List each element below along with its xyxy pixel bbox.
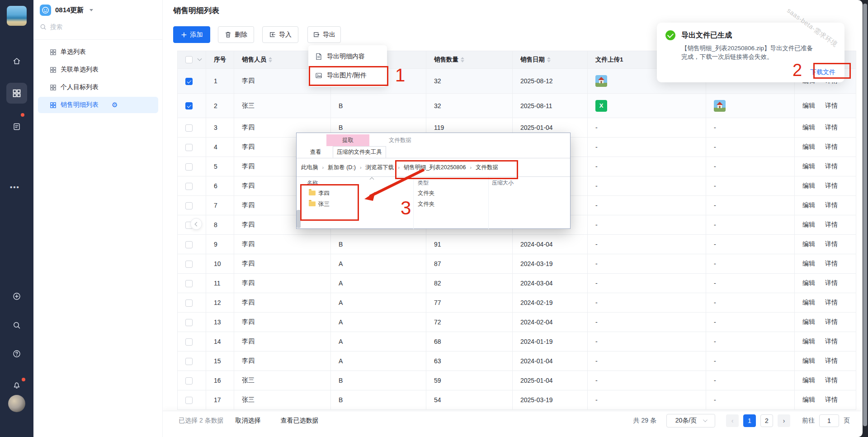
row-checkbox[interactable]	[185, 241, 193, 248]
page-button-1[interactable]: 1	[743, 414, 756, 427]
row-checkbox[interactable]	[185, 358, 193, 365]
help-icon[interactable]	[13, 350, 21, 358]
row-checkbox[interactable]	[185, 183, 193, 190]
collapse-panel-button[interactable]	[190, 218, 202, 230]
edit-button[interactable]: 编辑	[802, 337, 815, 345]
edit-button[interactable]: 编辑	[802, 376, 815, 384]
row-checkbox[interactable]	[185, 124, 193, 132]
detail-button[interactable]: 详情	[825, 182, 838, 189]
sort-icon[interactable]	[547, 57, 551, 62]
detail-button[interactable]: 详情	[825, 376, 838, 384]
edit-button[interactable]: 编辑	[802, 221, 815, 228]
more-icon[interactable]: •••	[10, 183, 20, 191]
prev-page-button[interactable]: ‹	[726, 414, 739, 427]
tab-view[interactable]: 查看	[303, 146, 328, 158]
file-list-item[interactable]: 张三文件夹	[297, 199, 570, 209]
breadcrumb-item[interactable]: 销售明细_列表20250806	[401, 163, 468, 172]
image-thumbnail[interactable]	[714, 100, 726, 112]
edit-button[interactable]: 编辑	[802, 143, 815, 150]
detail-button[interactable]: 详情	[825, 299, 838, 306]
select-all-checkbox[interactable]	[185, 56, 193, 63]
search-nav-icon[interactable]	[13, 321, 21, 329]
detail-button[interactable]: 详情	[825, 124, 838, 131]
sidebar-item-1[interactable]: 单选列表	[38, 44, 158, 60]
panel-search[interactable]	[40, 24, 153, 30]
sidebar-item-2[interactable]: 关联单选列表	[38, 62, 158, 78]
excel-file-icon[interactable]: X	[595, 100, 607, 112]
sort-icon[interactable]	[269, 57, 272, 62]
edit-button[interactable]: 编辑	[802, 162, 815, 170]
detail-button[interactable]: 详情	[825, 143, 838, 150]
edit-button[interactable]: 编辑	[802, 318, 815, 325]
goto-page-input[interactable]	[819, 414, 839, 427]
delete-button[interactable]: 删除	[218, 26, 254, 43]
edit-button[interactable]: 编辑	[802, 201, 815, 209]
workspace-switcher[interactable]: 0814更新	[40, 5, 93, 16]
edit-button[interactable]: 编辑	[802, 299, 815, 306]
download-file-link[interactable]: 下载文件	[810, 68, 835, 76]
page-button-2[interactable]: 2	[760, 414, 773, 427]
edit-button[interactable]: 编辑	[802, 240, 815, 247]
row-checkbox[interactable]	[185, 397, 193, 404]
detail-button[interactable]: 详情	[825, 102, 838, 109]
edit-button[interactable]: 编辑	[802, 279, 815, 286]
import-button[interactable]: 导入	[262, 26, 298, 43]
detail-button[interactable]: 详情	[825, 279, 838, 286]
image-thumbnail[interactable]	[595, 75, 607, 87]
add-circle-icon[interactable]	[13, 292, 21, 300]
add-button[interactable]: 添加	[173, 26, 210, 43]
edit-button[interactable]: 编辑	[802, 182, 815, 189]
user-avatar[interactable]	[8, 395, 25, 412]
edit-button[interactable]: 编辑	[802, 396, 815, 403]
row-checkbox[interactable]	[185, 144, 193, 151]
app-logo[interactable]	[7, 6, 27, 26]
edit-button[interactable]: 编辑	[802, 260, 815, 267]
next-page-button[interactable]: ›	[778, 414, 790, 427]
edit-button[interactable]: 编辑	[802, 102, 815, 109]
home-icon[interactable]	[13, 57, 21, 65]
breadcrumb-item[interactable]: 文件数据	[473, 163, 500, 172]
edit-button[interactable]: 编辑	[802, 124, 815, 131]
address-bar[interactable]: 此电脑›新加卷 (D:)›浏览器下载›销售明细_列表20250806›文件数据	[297, 158, 570, 177]
detail-button[interactable]: 详情	[825, 318, 838, 325]
explorer-scrollbar[interactable]	[297, 210, 301, 228]
row-checkbox[interactable]	[185, 280, 193, 287]
detail-button[interactable]: 详情	[825, 240, 838, 247]
detail-button[interactable]: 详情	[825, 337, 838, 345]
page-size-select[interactable]: 20条/页	[666, 414, 715, 428]
view-selected-button[interactable]: 查看已选数据	[281, 417, 319, 425]
chevron-down-icon[interactable]	[198, 56, 202, 61]
col-size[interactable]: 压缩大小	[492, 179, 514, 187]
row-checkbox[interactable]	[185, 202, 193, 209]
sort-icon[interactable]	[461, 57, 464, 62]
cancel-selection-button[interactable]: 取消选择	[236, 417, 261, 425]
apps-nav-active[interactable]	[6, 83, 27, 104]
export-menu-item-1[interactable]: 导出明细内容	[308, 47, 387, 66]
sidebar-item-3[interactable]: 个人目标列表	[38, 79, 158, 95]
detail-button[interactable]: 详情	[825, 162, 838, 170]
detail-button[interactable]: 详情	[825, 221, 838, 228]
row-checkbox[interactable]	[185, 102, 193, 109]
row-checkbox[interactable]	[185, 299, 193, 307]
row-checkbox[interactable]	[185, 319, 193, 326]
file-list-item[interactable]: 李四文件夹	[297, 188, 570, 199]
detail-button[interactable]: 详情	[825, 357, 838, 364]
col-name[interactable]: 名称	[307, 179, 318, 187]
gear-icon[interactable]: ⚙	[112, 101, 118, 109]
bell-icon[interactable]	[13, 381, 21, 389]
detail-button[interactable]: 详情	[825, 260, 838, 267]
detail-button[interactable]: 详情	[825, 396, 838, 403]
detail-button[interactable]: 详情	[825, 201, 838, 209]
export-menu-item-2[interactable]: 导出图片/附件	[308, 66, 387, 85]
breadcrumb-item[interactable]: 浏览器下载	[363, 163, 396, 172]
document-nav-icon[interactable]	[13, 123, 21, 131]
row-checkbox[interactable]	[185, 377, 193, 385]
export-button[interactable]: 导出	[307, 26, 341, 43]
sidebar-item-4[interactable]: 销售明细列表⚙	[38, 97, 158, 113]
row-checkbox[interactable]	[185, 261, 193, 268]
breadcrumb-item[interactable]: 此电脑	[299, 163, 321, 172]
col-type[interactable]: 类型	[418, 179, 429, 187]
row-checkbox[interactable]	[185, 78, 193, 85]
page-scrollbar[interactable]	[863, 4, 867, 426]
edit-button[interactable]: 编辑	[802, 357, 815, 364]
